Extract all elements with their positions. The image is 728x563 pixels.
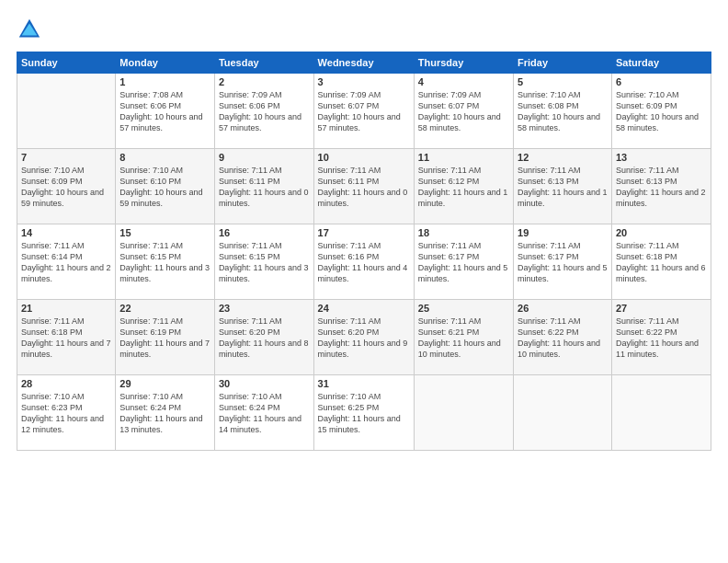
calendar-cell: 16Sunrise: 7:11 AMSunset: 6:15 PMDayligh…	[214, 224, 313, 300]
cell-sun-info: Sunrise: 7:10 AMSunset: 6:24 PMDaylight:…	[219, 391, 310, 436]
cell-sun-info: Sunrise: 7:09 AMSunset: 6:06 PMDaylight:…	[219, 89, 310, 134]
cell-sun-info: Sunrise: 7:10 AMSunset: 6:23 PMDaylight:…	[21, 391, 111, 436]
col-header-tuesday: Tuesday	[214, 52, 313, 74]
col-header-saturday: Saturday	[611, 52, 711, 74]
calendar-cell: 15Sunrise: 7:11 AMSunset: 6:15 PMDayligh…	[116, 224, 215, 300]
calendar-cell	[17, 74, 116, 149]
calendar-cell	[414, 375, 513, 451]
calendar-cell: 25Sunrise: 7:11 AMSunset: 6:21 PMDayligh…	[414, 300, 513, 375]
calendar-cell: 2Sunrise: 7:09 AMSunset: 6:06 PMDaylight…	[214, 74, 313, 149]
calendar-cell: 13Sunrise: 7:11 AMSunset: 6:13 PMDayligh…	[611, 149, 711, 224]
cell-day-number: 23	[219, 303, 310, 314]
cell-sun-info: Sunrise: 7:11 AMSunset: 6:13 PMDaylight:…	[518, 165, 608, 210]
cell-sun-info: Sunrise: 7:11 AMSunset: 6:13 PMDaylight:…	[616, 165, 707, 210]
calendar-cell: 19Sunrise: 7:11 AMSunset: 6:17 PMDayligh…	[514, 224, 612, 300]
cell-day-number: 7	[21, 152, 111, 163]
cell-sun-info: Sunrise: 7:11 AMSunset: 6:12 PMDaylight:…	[418, 165, 509, 210]
cell-sun-info: Sunrise: 7:11 AMSunset: 6:18 PMDaylight:…	[21, 316, 111, 361]
calendar-cell: 20Sunrise: 7:11 AMSunset: 6:18 PMDayligh…	[611, 224, 711, 300]
cell-sun-info: Sunrise: 7:10 AMSunset: 6:24 PMDaylight:…	[119, 391, 210, 436]
calendar-cell: 18Sunrise: 7:11 AMSunset: 6:17 PMDayligh…	[414, 224, 513, 300]
cell-sun-info: Sunrise: 7:10 AMSunset: 6:08 PMDaylight:…	[518, 89, 608, 134]
calendar-cell: 12Sunrise: 7:11 AMSunset: 6:13 PMDayligh…	[514, 149, 612, 224]
cell-day-number: 1	[119, 76, 210, 87]
calendar-cell: 22Sunrise: 7:11 AMSunset: 6:19 PMDayligh…	[116, 300, 215, 375]
logo-icon	[17, 17, 42, 42]
col-header-sunday: Sunday	[17, 52, 116, 74]
cell-sun-info: Sunrise: 7:10 AMSunset: 6:25 PMDaylight:…	[318, 391, 410, 436]
cell-day-number: 20	[616, 227, 707, 238]
cell-sun-info: Sunrise: 7:11 AMSunset: 6:17 PMDaylight:…	[518, 240, 608, 285]
cell-sun-info: Sunrise: 7:11 AMSunset: 6:15 PMDaylight:…	[119, 240, 210, 285]
calendar-cell: 27Sunrise: 7:11 AMSunset: 6:22 PMDayligh…	[611, 300, 711, 375]
week-row-4: 21Sunrise: 7:11 AMSunset: 6:18 PMDayligh…	[17, 300, 711, 375]
calendar-cell: 1Sunrise: 7:08 AMSunset: 6:06 PMDaylight…	[116, 74, 215, 149]
cell-day-number: 29	[119, 378, 210, 389]
page: SundayMondayTuesdayWednesdayThursdayFrid…	[0, 0, 728, 563]
cell-day-number: 28	[21, 378, 111, 389]
cell-sun-info: Sunrise: 7:11 AMSunset: 6:22 PMDaylight:…	[616, 316, 707, 361]
cell-sun-info: Sunrise: 7:11 AMSunset: 6:15 PMDaylight:…	[219, 240, 310, 285]
col-header-friday: Friday	[514, 52, 612, 74]
cell-sun-info: Sunrise: 7:11 AMSunset: 6:11 PMDaylight:…	[219, 165, 310, 210]
cell-day-number: 4	[418, 76, 509, 87]
cell-day-number: 3	[318, 76, 410, 87]
cell-sun-info: Sunrise: 7:08 AMSunset: 6:06 PMDaylight:…	[119, 89, 210, 134]
calendar-cell: 6Sunrise: 7:10 AMSunset: 6:09 PMDaylight…	[611, 74, 711, 149]
calendar-cell: 7Sunrise: 7:10 AMSunset: 6:09 PMDaylight…	[17, 149, 116, 224]
header-row: SundayMondayTuesdayWednesdayThursdayFrid…	[17, 52, 711, 74]
calendar-cell: 11Sunrise: 7:11 AMSunset: 6:12 PMDayligh…	[414, 149, 513, 224]
cell-day-number: 8	[119, 152, 210, 163]
cell-day-number: 25	[418, 303, 509, 314]
calendar-cell: 23Sunrise: 7:11 AMSunset: 6:20 PMDayligh…	[214, 300, 313, 375]
cell-day-number: 11	[418, 152, 509, 163]
cell-day-number: 6	[616, 76, 707, 87]
cell-day-number: 31	[318, 378, 410, 389]
calendar-cell: 31Sunrise: 7:10 AMSunset: 6:25 PMDayligh…	[313, 375, 414, 451]
cell-sun-info: Sunrise: 7:09 AMSunset: 6:07 PMDaylight:…	[418, 89, 509, 134]
cell-sun-info: Sunrise: 7:11 AMSunset: 6:20 PMDaylight:…	[318, 316, 410, 361]
calendar-cell: 17Sunrise: 7:11 AMSunset: 6:16 PMDayligh…	[313, 224, 414, 300]
logo	[17, 17, 46, 42]
cell-sun-info: Sunrise: 7:10 AMSunset: 6:09 PMDaylight:…	[21, 165, 111, 210]
calendar-cell: 28Sunrise: 7:10 AMSunset: 6:23 PMDayligh…	[17, 375, 116, 451]
cell-day-number: 18	[418, 227, 509, 238]
cell-sun-info: Sunrise: 7:11 AMSunset: 6:11 PMDaylight:…	[318, 165, 410, 210]
calendar-cell	[611, 375, 711, 451]
cell-day-number: 9	[219, 152, 310, 163]
cell-day-number: 26	[518, 303, 608, 314]
cell-day-number: 24	[318, 303, 410, 314]
cell-day-number: 17	[318, 227, 410, 238]
cell-day-number: 30	[219, 378, 310, 389]
calendar-cell: 26Sunrise: 7:11 AMSunset: 6:22 PMDayligh…	[514, 300, 612, 375]
calendar-cell: 21Sunrise: 7:11 AMSunset: 6:18 PMDayligh…	[17, 300, 116, 375]
calendar-cell: 9Sunrise: 7:11 AMSunset: 6:11 PMDaylight…	[214, 149, 313, 224]
cell-day-number: 22	[119, 303, 210, 314]
cell-day-number: 12	[518, 152, 608, 163]
col-header-thursday: Thursday	[414, 52, 513, 74]
col-header-monday: Monday	[116, 52, 215, 74]
cell-day-number: 19	[518, 227, 608, 238]
calendar-cell: 5Sunrise: 7:10 AMSunset: 6:08 PMDaylight…	[514, 74, 612, 149]
calendar-cell: 24Sunrise: 7:11 AMSunset: 6:20 PMDayligh…	[313, 300, 414, 375]
cell-sun-info: Sunrise: 7:11 AMSunset: 6:19 PMDaylight:…	[119, 316, 210, 361]
cell-sun-info: Sunrise: 7:11 AMSunset: 6:14 PMDaylight:…	[21, 240, 111, 285]
cell-sun-info: Sunrise: 7:11 AMSunset: 6:17 PMDaylight:…	[418, 240, 509, 285]
cell-day-number: 21	[21, 303, 111, 314]
cell-sun-info: Sunrise: 7:11 AMSunset: 6:18 PMDaylight:…	[616, 240, 707, 285]
calendar-cell	[514, 375, 612, 451]
cell-day-number: 15	[119, 227, 210, 238]
cell-day-number: 5	[518, 76, 608, 87]
calendar-cell: 4Sunrise: 7:09 AMSunset: 6:07 PMDaylight…	[414, 74, 513, 149]
cell-sun-info: Sunrise: 7:11 AMSunset: 6:22 PMDaylight:…	[518, 316, 608, 361]
cell-sun-info: Sunrise: 7:11 AMSunset: 6:21 PMDaylight:…	[418, 316, 509, 361]
week-row-3: 14Sunrise: 7:11 AMSunset: 6:14 PMDayligh…	[17, 224, 711, 300]
calendar-cell: 10Sunrise: 7:11 AMSunset: 6:11 PMDayligh…	[313, 149, 414, 224]
calendar-cell: 29Sunrise: 7:10 AMSunset: 6:24 PMDayligh…	[116, 375, 215, 451]
cell-sun-info: Sunrise: 7:09 AMSunset: 6:07 PMDaylight:…	[318, 89, 410, 134]
week-row-2: 7Sunrise: 7:10 AMSunset: 6:09 PMDaylight…	[17, 149, 711, 224]
cell-day-number: 10	[318, 152, 410, 163]
cell-day-number: 27	[616, 303, 707, 314]
cell-day-number: 16	[219, 227, 310, 238]
cell-sun-info: Sunrise: 7:10 AMSunset: 6:09 PMDaylight:…	[616, 89, 707, 134]
